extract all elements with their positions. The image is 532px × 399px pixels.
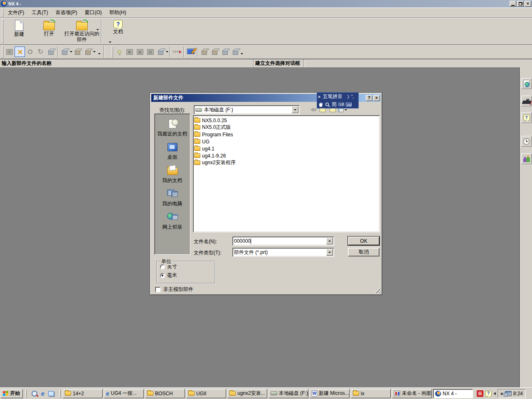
task-button[interactable]: eUG4 一按... xyxy=(104,389,144,398)
block-button[interactable] xyxy=(230,47,241,57)
zoom-button[interactable] xyxy=(25,47,35,57)
resize-grip[interactable] xyxy=(375,288,380,293)
rotate-view-button[interactable]: ↻ xyxy=(35,47,46,57)
task-button[interactable]: 未命名 - 画图 xyxy=(392,389,432,398)
quicklaunch-grip[interactable] xyxy=(25,389,27,398)
task-button[interactable]: 本地磁盘 (F:) xyxy=(268,389,308,398)
menu-help[interactable]: 帮助(H) xyxy=(106,8,130,17)
sheet-button[interactable] xyxy=(83,47,93,57)
place-recent-documents[interactable]: 我最近的文档 xyxy=(155,118,190,138)
radio-inch-icon[interactable] xyxy=(160,264,165,269)
render-group-grip[interactable] xyxy=(112,47,113,57)
look-in-combobox[interactable]: 本地磁盘 (F:) xyxy=(194,105,300,114)
task-button[interactable]: ugnx2安装... xyxy=(227,389,267,398)
open-recent-dropdown-icon[interactable] xyxy=(96,29,99,30)
place-network[interactable]: 网上邻居 xyxy=(155,211,190,231)
subtract-button[interactable] xyxy=(220,47,230,57)
start-button[interactable]: 开始 xyxy=(1,389,23,398)
tiff-export-button[interactable]: TIFF xyxy=(172,47,182,57)
image-viewer-shortcut[interactable] xyxy=(31,390,38,397)
file-name-input[interactable]: 000000 xyxy=(232,236,334,246)
help-tray-icon[interactable]: ? xyxy=(485,391,492,397)
file-list-item[interactable]: NX5.0.0.25 xyxy=(194,117,379,124)
internet-explorer-shortcut[interactable]: e xyxy=(39,390,46,397)
close-button[interactable]: × xyxy=(525,1,531,7)
move-dropdown-icon[interactable] xyxy=(166,51,168,52)
file-list-item[interactable]: NX5.0正式版 xyxy=(194,124,379,131)
web-browser-tab[interactable] xyxy=(521,78,532,89)
tutorials-tab[interactable] xyxy=(521,96,532,106)
volume-icon[interactable] xyxy=(493,392,496,395)
shaded-view-button[interactable] xyxy=(46,47,56,57)
fit-view-button[interactable]: ✣ xyxy=(4,47,15,57)
look-in-dropdown-button[interactable] xyxy=(292,106,298,113)
soft-keyboard-icon[interactable] xyxy=(346,103,352,106)
show-desktop-shortcut[interactable] xyxy=(48,390,54,397)
file-list-item[interactable]: ugnx2安装程序 xyxy=(194,159,379,166)
ime-collapse-icon[interactable]: « xyxy=(317,95,322,98)
ime-tray-icon[interactable]: 极 xyxy=(477,390,483,397)
menu-file[interactable]: 文件(F) xyxy=(4,8,28,17)
assembly-button[interactable] xyxy=(72,47,83,57)
move-object-button[interactable] xyxy=(155,47,166,57)
ime-charset[interactable]: GB xyxy=(338,102,344,107)
ime-simplified[interactable]: 简 xyxy=(332,101,337,108)
help-tab[interactable]: ? xyxy=(521,112,532,123)
network-tray-icon[interactable] xyxy=(505,391,512,396)
task-button[interactable]: BOSCH xyxy=(145,389,185,398)
open-recent-button[interactable]: 打开最近访问的部件 xyxy=(64,18,100,44)
file-list-item[interactable]: Program Files xyxy=(194,131,379,138)
render-b-button[interactable]: ◉ xyxy=(135,47,145,57)
light-button[interactable] xyxy=(114,47,124,57)
magnifier-icon[interactable] xyxy=(325,102,330,107)
group-options-dropdown-icon[interactable] xyxy=(98,53,101,54)
file-list-item[interactable]: UG xyxy=(194,138,379,145)
solid-button[interactable] xyxy=(59,47,70,57)
task-button[interactable]: 14+2 xyxy=(63,389,103,398)
task-button-active[interactable]: NX 4 - xyxy=(433,389,473,398)
file-list[interactable]: NX5.0.0.25 NX5.0正式版 Program Files UG ug4… xyxy=(193,115,380,232)
restore-button[interactable] xyxy=(517,1,524,7)
docs-button[interactable]: ? 文档 xyxy=(103,18,133,44)
menu-grip[interactable] xyxy=(2,8,3,17)
open-button[interactable]: 打开 xyxy=(34,18,64,44)
file-type-combobox[interactable]: 部件文件 (*.prt) xyxy=(232,248,334,257)
unite-button[interactable] xyxy=(209,47,220,57)
dialog-help-button[interactable]: ? xyxy=(366,95,372,101)
sketch-button[interactable] xyxy=(185,47,196,57)
task-button[interactable]: UGII xyxy=(186,389,226,398)
place-desktop[interactable]: 桌面 xyxy=(155,141,190,161)
plane-list-button[interactable]: ▤ xyxy=(145,47,155,57)
history-tab[interactable] xyxy=(521,136,532,147)
toolbar-grip[interactable] xyxy=(2,19,3,43)
minimize-button[interactable] xyxy=(510,1,516,7)
punctuation-icon[interactable]: ”, xyxy=(351,94,354,99)
hand-tool-icon[interactable] xyxy=(318,102,323,107)
toolbar-options-dropdown-icon[interactable] xyxy=(109,42,111,43)
non-master-checkbox[interactable] xyxy=(155,287,160,292)
extrude-button[interactable] xyxy=(199,47,209,57)
roles-tab[interactable] xyxy=(521,153,532,164)
file-name-dropdown-button[interactable] xyxy=(326,238,333,244)
menu-tools[interactable]: 工具(T) xyxy=(28,8,52,17)
place-my-computer[interactable]: 我的电脑 xyxy=(155,188,190,207)
tasks-grip[interactable] xyxy=(59,389,61,398)
render-a-button[interactable]: ◉ xyxy=(124,47,135,57)
file-list-item[interactable]: ug4.1-9.26 xyxy=(194,152,379,159)
render-options-dropdown-icon[interactable] xyxy=(241,53,243,54)
zoom-box-button[interactable] xyxy=(15,47,25,57)
radio-mm-icon[interactable] xyxy=(160,273,165,278)
menu-window[interactable]: 窗口(O) xyxy=(81,8,106,17)
file-type-dropdown-button[interactable] xyxy=(326,249,333,256)
task-button[interactable]: lx xyxy=(351,389,391,398)
tray-expand-icon[interactable]: « xyxy=(500,391,503,397)
non-master-part-option[interactable]: 非主模型部件 xyxy=(155,286,193,293)
file-list-item[interactable]: ug4.1 xyxy=(194,145,379,152)
ok-button[interactable]: OK xyxy=(348,236,379,245)
moon-icon[interactable]: ☽ xyxy=(345,94,350,100)
view-toolbar-grip[interactable] xyxy=(2,46,3,58)
dialog-close-button[interactable]: × xyxy=(373,95,380,101)
menu-preferences[interactable]: 首选项(P) xyxy=(52,8,81,17)
ime-name[interactable]: 五笔拼音 xyxy=(323,93,342,100)
place-my-documents[interactable]: 我的文档 xyxy=(155,165,190,184)
